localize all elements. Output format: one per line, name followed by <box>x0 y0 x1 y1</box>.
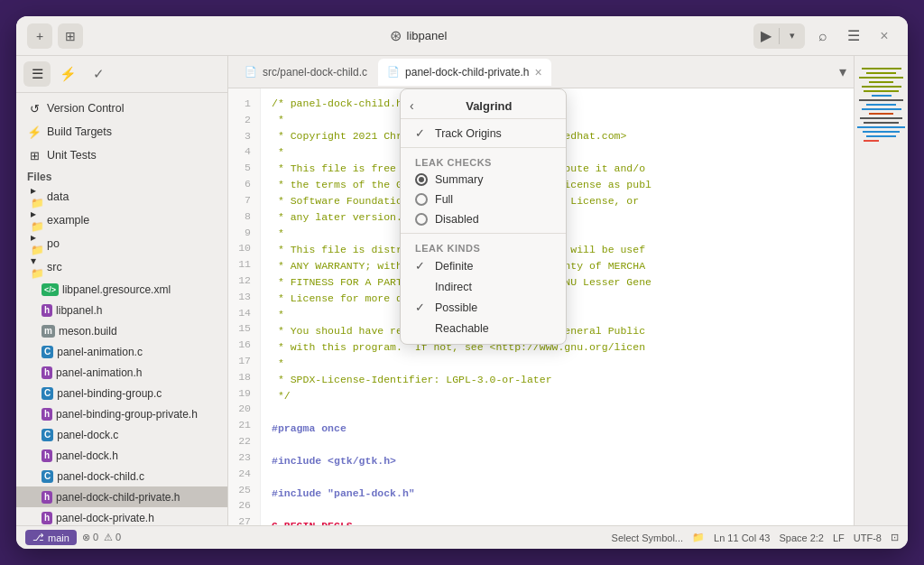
run-group: ▶ ▾ <box>753 23 805 49</box>
file-panel-dock-child-c[interactable]: C panel-dock-child.c <box>16 466 227 486</box>
leak-kind-indirect[interactable]: Indirect <box>401 276 566 297</box>
leak-disabled-option[interactable]: Disabled <box>401 209 566 229</box>
file-label: panel-dock.h <box>56 449 118 462</box>
sidebar-tab-search[interactable]: ⚡ <box>54 61 81 87</box>
editor-tab-panel-dock-child-c[interactable]: 📄 src/panel-dock-child.c <box>236 59 376 86</box>
editor-area: 📄 src/panel-dock-child.c 📄 panel-dock-ch… <box>228 56 854 525</box>
editor-tab-panel-dock-child-private-h[interactable]: 📄 panel-dock-child-private.h × <box>378 59 551 86</box>
leak-kind-reachable[interactable]: Reachable <box>401 318 566 338</box>
valgrind-back-button[interactable]: ‹ <box>410 98 414 113</box>
tab-icon: 📄 <box>245 66 257 78</box>
titlebar: + ⊞ ⊛ libpanel ▶ ▾ ⌕ ☰ × <box>16 16 908 56</box>
folder-data-label: data <box>47 190 69 203</box>
folder-data-icon: ▸ 📁 <box>31 184 43 209</box>
sidebar-tab-files[interactable]: ☰ <box>23 61 51 87</box>
build-targets-icon: ⚡ <box>27 125 42 139</box>
file-badge-c: C <box>42 346 53 358</box>
leak-checks-section: Leak Checks <box>401 152 566 170</box>
folder-po[interactable]: ▸ 📁 po <box>16 232 227 255</box>
editor-body: 1234567891011121314151617181920212223242… <box>228 88 854 525</box>
leak-disabled-radio[interactable] <box>415 213 428 226</box>
file-badge-h: h <box>42 512 52 524</box>
reachable-check-icon <box>415 321 428 335</box>
file-badge-c: C <box>42 387 53 400</box>
folder-example-label: example <box>47 214 89 227</box>
valgrind-menu[interactable]: ‹ Valgrind ✓ Track Origins Leak Checks S… <box>400 88 567 345</box>
layout-button[interactable]: ⊞ <box>58 23 83 49</box>
file-label: panel-animation.c <box>57 346 143 358</box>
menu-separator <box>401 147 566 148</box>
file-libpanel-h[interactable]: h libpanel.h <box>16 300 227 320</box>
status-bar: ⎇ main ⊗ 0 ⚠ 0 Select Symbol... 📁 Ln 11 … <box>16 525 908 549</box>
line-numbers: 1234567891011121314151617181920212223242… <box>228 88 261 525</box>
possible-check-icon: ✓ <box>415 301 428 314</box>
preview-pane <box>854 56 908 525</box>
sidebar-content: ↺ Version Control ⚡ Build Targets ⊞ Unit… <box>16 93 227 525</box>
tab-label: panel-dock-child-private.h <box>405 66 529 79</box>
leak-summary-option[interactable]: Summary <box>401 170 566 190</box>
close-button[interactable]: × <box>872 23 897 49</box>
file-panel-dock-h[interactable]: h panel-dock.h <box>16 445 227 466</box>
tab-more-button[interactable]: ▾ <box>839 63 846 80</box>
file-label: panel-dock-child.c <box>57 470 144 483</box>
indirect-check-icon <box>415 280 428 293</box>
app-title: libpanel <box>407 29 448 42</box>
tab-icon: 📄 <box>387 66 400 78</box>
folder-data[interactable]: ▸ 📁 data <box>16 185 227 208</box>
app-window: + ⊞ ⊛ libpanel ▶ ▾ ⌕ ☰ × ☰ ⚡ ✓ <box>16 16 908 549</box>
leak-full-radio[interactable] <box>415 193 428 206</box>
sidebar-item-unit-tests[interactable]: ⊞ Unit Tests <box>16 144 227 167</box>
file-panel-dock-private-h[interactable]: h panel-dock-private.h <box>16 507 227 525</box>
file-meson-build[interactable]: m meson.build <box>16 320 227 341</box>
file-badge-h: h <box>42 449 52 462</box>
run-dropdown-button[interactable]: ▾ <box>780 23 805 49</box>
file-panel-animation-h[interactable]: h panel-animation.h <box>16 362 227 383</box>
terminal-icon[interactable]: ⊡ <box>891 532 899 543</box>
sidebar: ☰ ⚡ ✓ ↺ Version Control ⚡ Build Targets … <box>16 56 228 525</box>
git-branch[interactable]: ⎇ main <box>25 530 77 545</box>
file-panel-binding-group-private-h[interactable]: h panel-binding-group-private.h <box>16 403 227 424</box>
add-button[interactable]: + <box>27 23 52 49</box>
sidebar-item-version-control[interactable]: ↺ Version Control <box>16 97 227 120</box>
file-label: panel-binding-group.c <box>57 387 162 400</box>
indirect-label: Indirect <box>435 281 472 293</box>
code-line: * SPDX-License-Identifier: LGPL-3.0-or-l… <box>272 372 843 388</box>
file-badge-h: h <box>42 304 52 317</box>
sidebar-tab-check[interactable]: ✓ <box>85 61 112 87</box>
leak-full-option[interactable]: Full <box>401 190 566 209</box>
editor-tabs: 📄 src/panel-dock-child.c 📄 panel-dock-ch… <box>228 56 854 88</box>
file-panel-dock-c[interactable]: C panel-dock.c <box>16 424 227 445</box>
definite-label: Definite <box>435 260 473 273</box>
folder-po-icon: ▸ 📁 <box>31 231 43 256</box>
main-area: ☰ ⚡ ✓ ↺ Version Control ⚡ Build Targets … <box>16 56 908 525</box>
file-label: libpanel.h <box>56 304 102 317</box>
reachable-label: Reachable <box>435 322 489 335</box>
leak-kind-definite[interactable]: ✓ Definite <box>401 255 566 276</box>
file-libpanel-gresource-xml[interactable]: </> libpanel.gresource.xml <box>16 279 227 300</box>
run-button[interactable]: ▶ <box>753 23 779 49</box>
select-symbol[interactable]: Select Symbol... <box>612 533 683 543</box>
leak-summary-radio[interactable] <box>415 173 428 186</box>
code-line <box>272 502 843 518</box>
encoding: UTF-8 <box>854 533 882 543</box>
search-button[interactable]: ⌕ <box>810 23 836 49</box>
code-line: #pragma once <box>272 421 843 437</box>
status-right: Select Symbol... 📁 Ln 11 Col 43 Space 2:… <box>612 532 899 543</box>
folder-src[interactable]: ▾ 📁 src <box>16 255 227 279</box>
file-panel-animation-c[interactable]: C panel-animation.c <box>16 341 227 362</box>
file-badge-c: C <box>42 470 53 483</box>
tab-close-button[interactable]: × <box>534 66 541 79</box>
folder-example[interactable]: ▸ 📁 example <box>16 208 227 232</box>
code-line: G_BEGIN_DECLS <box>272 518 843 525</box>
valgrind-track-origins[interactable]: ✓ Track Origins <box>401 123 566 144</box>
sidebar-item-build-targets[interactable]: ⚡ Build Targets <box>16 120 227 144</box>
valgrind-menu-header: ‹ Valgrind <box>401 95 566 119</box>
leak-kind-possible[interactable]: ✓ Possible <box>401 297 566 318</box>
menu-separator-2 <box>401 233 566 234</box>
file-label: panel-animation.h <box>56 366 142 379</box>
leak-full-label: Full <box>435 193 453 206</box>
menu-button[interactable]: ☰ <box>841 23 866 49</box>
file-panel-binding-group-c[interactable]: C panel-binding-group.c <box>16 383 227 403</box>
track-origins-label: Track Origins <box>435 127 502 140</box>
file-panel-dock-child-private-h[interactable]: h panel-dock-child-private.h <box>16 486 227 507</box>
